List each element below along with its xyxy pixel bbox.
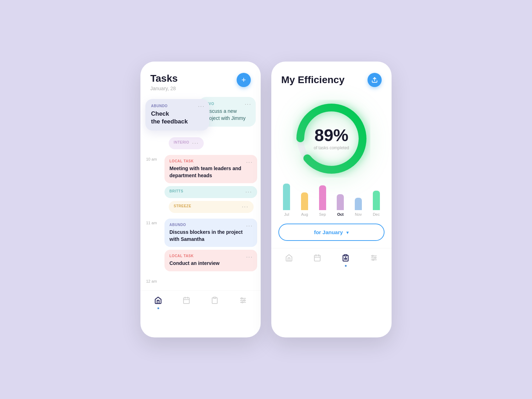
time-label-12am: 12 am — [140, 274, 160, 283]
local-task-2-title: Conduct an interview — [169, 260, 252, 267]
interio-label: INTERIO — [174, 140, 189, 144]
local-task-card-1[interactable]: ··· LOCAL TASK Meeting with team leaders… — [164, 155, 257, 183]
britts-card[interactable]: BRITTS ··· — [164, 186, 257, 198]
interio-card: INTERIO ··· — [169, 137, 204, 149]
nav-home-dot — [157, 307, 159, 309]
donut-center-text: 89% of tasks completed — [314, 127, 349, 150]
time-slot-10am: ··· LOCAL TASK Meeting with team leaders… — [160, 152, 261, 216]
time-label-10am: 10 am — [140, 152, 160, 161]
eff-nav-calendar[interactable] — [313, 254, 321, 267]
abundo-menu-dots[interactable]: ··· — [198, 103, 205, 110]
tasks-date: January, 28 — [150, 86, 251, 91]
eff-nav-chart[interactable] — [342, 254, 349, 267]
time-block-10am: 10 am ··· LOCAL TASK Meeting with team l… — [140, 152, 261, 216]
bar-jul-label: Jul — [284, 212, 289, 216]
time-label-11am: 11 am — [140, 216, 160, 225]
time-block-12am: 12 am — [140, 274, 261, 283]
svg-point-26 — [375, 257, 376, 259]
svg-rect-14 — [314, 255, 320, 261]
rivo-label: RIVO — [205, 102, 250, 106]
eff-nav-chart-dot — [345, 265, 347, 267]
abundo-task-card[interactable]: ··· ABUNDO Discuss blockers in the proje… — [164, 219, 257, 247]
donut-label: of tasks completed — [314, 145, 349, 150]
abundo-card: ··· ABUNDO Checkthe feedback — [145, 99, 209, 131]
efficiency-bottom-nav — [271, 248, 392, 275]
local-task-card-2[interactable]: ··· LOCAL TASK Conduct an interview — [164, 250, 257, 271]
svg-point-10 — [242, 302, 243, 303]
abundo-task-menu-dots[interactable]: ··· — [246, 223, 253, 229]
svg-rect-0 — [184, 298, 190, 304]
svg-point-9 — [244, 300, 245, 301]
rivo-menu-dots[interactable]: ··· — [245, 101, 251, 108]
bar-jul: Jul — [278, 184, 295, 216]
efficiency-phone: My Efficiency 89% of t — [271, 62, 392, 337]
eff-home-icon — [285, 254, 293, 264]
home-icon — [154, 296, 162, 306]
abundo-card-title: Checkthe feedback — [151, 110, 203, 126]
efficiency-header: My Efficiency — [271, 62, 392, 93]
local-task-1-label: LOCAL TASK — [169, 159, 252, 163]
settings-icon — [239, 296, 247, 306]
rivo-card-title: Discuss a new project with Jimmy — [205, 108, 250, 122]
add-task-button[interactable]: + — [237, 73, 251, 87]
donut-chart-container: 89% of tasks completed — [271, 93, 392, 181]
bar-dec-rect — [373, 191, 380, 210]
svg-point-27 — [372, 259, 374, 261]
svg-rect-18 — [344, 255, 347, 256]
bar-dec-label: Dec — [373, 212, 380, 216]
local-task-2-menu-dots[interactable]: ··· — [246, 254, 253, 260]
eff-chart-icon — [342, 254, 349, 264]
bar-oct: Oct — [332, 194, 349, 216]
time-block-11am: 11 am ··· ABUNDO Discuss blockers in the… — [140, 216, 261, 274]
for-january-button[interactable]: for January ▾ — [278, 224, 384, 241]
tasks-phone: Tasks January, 28 + ··· ABUNDO Checkthe … — [140, 62, 261, 337]
overlay-cards: ··· ABUNDO Checkthe feedback ··· RIVO Di… — [140, 96, 261, 152]
bar-chart-container: Jul Aug Sep Oct Nov — [271, 181, 392, 216]
screens-container: Tasks January, 28 + ··· ABUNDO Checkthe … — [140, 62, 392, 337]
bar-nov-label: Nov — [355, 212, 362, 216]
local-task-1-menu-dots[interactable]: ··· — [246, 159, 253, 166]
bar-aug-label: Aug — [301, 212, 308, 216]
local-task-1-title: Meeting with team leaders and department… — [169, 165, 252, 179]
britts-label: BRITTS — [169, 189, 183, 193]
efficiency-title: My Efficiency — [281, 74, 345, 86]
svg-rect-4 — [213, 297, 216, 299]
nav-calendar[interactable] — [183, 296, 190, 309]
clipboard-icon — [211, 296, 219, 306]
svg-point-8 — [241, 298, 243, 299]
bar-nov: Nov — [350, 198, 367, 216]
streeze-label: STREEZE — [174, 204, 191, 208]
bar-sep-rect — [319, 185, 326, 210]
bar-jul-rect — [283, 184, 290, 210]
bar-dec: Dec — [368, 191, 384, 216]
nav-clipboard[interactable] — [211, 296, 219, 309]
bar-nov-rect — [355, 198, 362, 210]
upload-button[interactable] — [368, 73, 382, 87]
chevron-down-icon: ▾ — [346, 230, 349, 235]
interio-menu-dots[interactable]: ··· — [192, 140, 199, 146]
bar-sep: Sep — [314, 185, 331, 216]
calendar-icon — [183, 296, 190, 306]
streeze-card[interactable]: STREEZE ··· — [169, 201, 254, 213]
eff-nav-settings[interactable] — [370, 254, 378, 267]
time-slot-11am: ··· ABUNDO Discuss blockers in the proje… — [160, 216, 261, 274]
donut-percent: 89% — [314, 127, 349, 144]
tasks-bottom-nav — [140, 290, 261, 318]
nav-home[interactable] — [154, 296, 162, 309]
eff-calendar-icon — [313, 254, 321, 264]
bar-aug: Aug — [296, 192, 313, 216]
time-slot-12am — [160, 274, 261, 280]
streeze-menu-dots[interactable]: ··· — [242, 204, 249, 210]
local-task-2-label: LOCAL TASK — [169, 254, 252, 258]
eff-nav-home[interactable] — [285, 254, 293, 267]
for-january-label: for January — [314, 229, 343, 235]
bar-sep-label: Sep — [319, 212, 326, 216]
britts-menu-dots[interactable]: ··· — [245, 189, 252, 195]
svg-point-25 — [372, 255, 374, 257]
bar-oct-rect — [337, 194, 344, 210]
abundo-task-title: Discuss blockers in the project with Sam… — [169, 229, 252, 243]
eff-settings-icon — [370, 254, 378, 264]
abundo-task-label: ABUNDO — [169, 223, 252, 227]
nav-settings[interactable] — [239, 296, 247, 309]
bars-row: Jul Aug Sep Oct Nov — [278, 185, 384, 216]
